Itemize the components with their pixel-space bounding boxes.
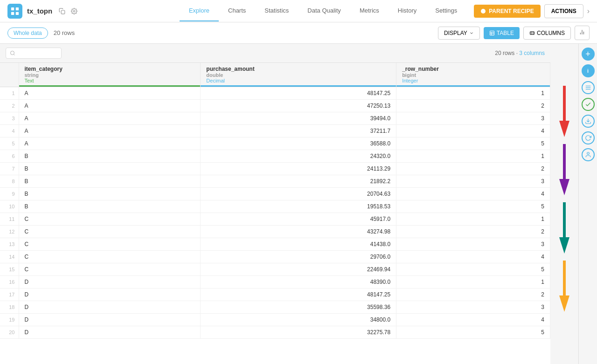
- cell-purchase-amount: 48147.25: [201, 288, 396, 301]
- arrow-A: [558, 83, 571, 139]
- cell-purchase-amount: 21892.2: [201, 175, 396, 188]
- row-index: 3: [0, 112, 19, 125]
- search-input-wrap[interactable]: [6, 48, 62, 59]
- tab-statistics[interactable]: Statistics: [255, 0, 298, 21]
- cell-item-category: C: [19, 226, 201, 238]
- cell-item-category: B: [19, 163, 201, 175]
- chart-view-button[interactable]: [575, 26, 590, 40]
- cell-row-number: 4: [396, 125, 550, 137]
- actions-button[interactable]: ACTIONS: [544, 4, 583, 18]
- cell-row-number: 5: [396, 200, 550, 213]
- data-table-wrapper[interactable]: item_category string Text purchase_amoun…: [0, 63, 550, 364]
- sync-icon[interactable]: [582, 131, 595, 144]
- svg-rect-3: [16, 12, 19, 14]
- cell-purchase-amount: 45917.0: [201, 213, 396, 226]
- app-icon: [7, 4, 22, 19]
- row-index: 4: [0, 125, 19, 137]
- download-icon[interactable]: [582, 115, 595, 128]
- back-button[interactable]: ›: [587, 7, 590, 15]
- cell-purchase-amount: 43274.98: [201, 226, 396, 238]
- table-button[interactable]: TABLE: [484, 27, 520, 39]
- tab-charts[interactable]: Charts: [219, 0, 255, 21]
- col-header-item-category: item_category string Text: [19, 63, 201, 87]
- cell-purchase-amount: 35598.36: [201, 301, 396, 314]
- svg-marker-28: [559, 295, 569, 312]
- cell-purchase-amount: 47250.13: [201, 100, 396, 112]
- cell-row-number: 1: [396, 276, 550, 288]
- cell-row-number: 1: [396, 213, 550, 226]
- table-row: 10 B 19518.53 5: [0, 200, 550, 213]
- cell-row-number: 2: [396, 288, 550, 301]
- arrows-panel: [550, 44, 578, 364]
- cell-row-number: 5: [396, 137, 550, 150]
- row-index: 8: [0, 175, 19, 188]
- table-row: 18 D 35598.36 3: [0, 301, 550, 314]
- cell-row-number: 3: [396, 112, 550, 125]
- copy-icon[interactable]: [57, 6, 67, 16]
- cell-item-category: C: [19, 213, 201, 226]
- table-row: 7 B 24113.29 2: [0, 163, 550, 175]
- cell-row-number: 2: [396, 100, 550, 112]
- svg-rect-9: [490, 31, 494, 35]
- cell-row-number: 4: [396, 314, 550, 326]
- cell-item-category: B: [19, 150, 201, 163]
- col-header-row-number: _row_number bigint Integer: [396, 63, 550, 87]
- tab-data-quality[interactable]: Data Quality: [298, 0, 350, 21]
- cell-item-category: A: [19, 112, 201, 125]
- cell-item-category: D: [19, 314, 201, 326]
- cell-row-number: 4: [396, 251, 550, 263]
- dataset-name: tx_topn: [27, 7, 52, 15]
- svg-marker-24: [559, 179, 569, 195]
- tab-settings[interactable]: Settings: [426, 0, 466, 21]
- cell-item-category: C: [19, 251, 201, 263]
- table-row: 17 D 48147.25 2: [0, 288, 550, 301]
- cell-item-category: D: [19, 276, 201, 288]
- table-header: item_category string Text purchase_amoun…: [0, 63, 550, 87]
- tab-metrics[interactable]: Metrics: [350, 0, 389, 21]
- row-index: 17: [0, 288, 19, 301]
- cell-purchase-amount: 39494.0: [201, 112, 396, 125]
- row-index: 15: [0, 263, 19, 276]
- info-icon[interactable]: i: [582, 64, 595, 77]
- svg-point-5: [73, 10, 75, 12]
- row-index: 6: [0, 150, 19, 163]
- display-button[interactable]: DISPLAY: [438, 27, 480, 40]
- cell-purchase-amount: 29706.0: [201, 251, 396, 263]
- cell-row-number: 1: [396, 87, 550, 100]
- user-icon[interactable]: [582, 148, 595, 161]
- cell-row-number: 3: [396, 175, 550, 188]
- svg-marker-22: [559, 121, 569, 137]
- row-index: 1: [0, 87, 19, 100]
- whole-data-button[interactable]: Whole data: [7, 27, 48, 39]
- cell-row-number: 2: [396, 226, 550, 238]
- tab-explore[interactable]: Explore: [180, 0, 219, 21]
- row-index: 19: [0, 314, 19, 326]
- search-bar: 20 rows · 3 columns: [0, 44, 550, 63]
- list-icon[interactable]: [582, 81, 595, 94]
- add-button[interactable]: +: [582, 48, 595, 61]
- row-index: 10: [0, 200, 19, 213]
- table-row: 8 B 21892.2 3: [0, 175, 550, 188]
- columns-button[interactable]: COLUMNS: [523, 27, 571, 40]
- table-row: 16 D 48390.0 1: [0, 276, 550, 288]
- nav-tabs: Explore Charts Statistics Data Quality M…: [180, 0, 466, 21]
- cell-purchase-amount: 22469.94: [201, 263, 396, 276]
- arrow-D: [558, 258, 571, 314]
- cell-item-category: B: [19, 200, 201, 213]
- table-row: 3 A 39494.0 3: [0, 112, 550, 125]
- svg-rect-15: [530, 32, 534, 34]
- table-row: 5 A 36588.0 5: [0, 137, 550, 150]
- row-index: 7: [0, 163, 19, 175]
- parent-recipe-button[interactable]: PARENT RECIPE: [474, 5, 540, 18]
- cell-purchase-amount: 24113.29: [201, 163, 396, 175]
- tab-history[interactable]: History: [389, 0, 426, 21]
- svg-rect-2: [11, 12, 14, 14]
- cell-item-category: C: [19, 263, 201, 276]
- cell-row-number: 5: [396, 263, 550, 276]
- cell-purchase-amount: 32275.78: [201, 326, 396, 339]
- cell-item-category: D: [19, 288, 201, 301]
- check-icon[interactable]: [582, 98, 595, 111]
- settings-icon[interactable]: [69, 6, 79, 16]
- table-area: 20 rows · 3 columns item_category string…: [0, 44, 550, 364]
- cell-purchase-amount: 20704.63: [201, 188, 396, 200]
